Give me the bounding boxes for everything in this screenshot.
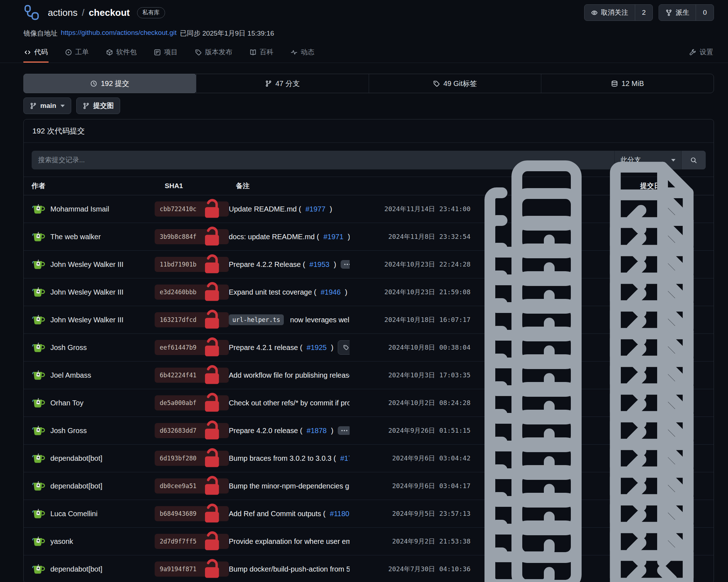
- issue-link[interactable]: #1777: [340, 454, 350, 463]
- repo-owner-link[interactable]: actions: [48, 7, 77, 18]
- message-text: Bump docker/build-push-action from 5.3.0…: [229, 565, 350, 573]
- tab-百科[interactable]: 百科: [249, 45, 274, 63]
- tab-软件包[interactable]: 软件包: [105, 45, 137, 63]
- commit-sha-link[interactable]: 11bd71901b: [155, 257, 229, 272]
- commit-sha-link[interactable]: 6b42224f41: [155, 368, 229, 383]
- commit-message: Check out other refs/* by commit if prov…: [229, 399, 350, 407]
- commit-message: Bump braces from 3.0.2 to 3.0.3 (#1777): [229, 454, 350, 463]
- repo-stats-bar: 192 提交47 分支49 Git标签12 MiB: [23, 74, 714, 93]
- commit-sha-link[interactable]: 9a9194f871: [155, 561, 229, 577]
- unlock-icon: [200, 197, 224, 221]
- avatar[interactable]: [32, 285, 45, 299]
- commit-sha-link[interactable]: e3d2460bbb: [155, 285, 229, 300]
- avatar[interactable]: [32, 562, 45, 576]
- repo-name-link[interactable]: checkout: [89, 7, 130, 18]
- avatar[interactable]: [32, 479, 45, 493]
- issue-link[interactable]: #1946: [320, 288, 341, 296]
- commit-sha-link[interactable]: db0cee9a51: [155, 478, 229, 494]
- commit-sha-link[interactable]: b684943689: [155, 506, 229, 521]
- mirror-info: 镜像自地址 https://github.com/actions/checkou…: [0, 29, 728, 38]
- avatar[interactable]: [32, 368, 45, 382]
- view-file-at-commit-button[interactable]: [598, 515, 706, 582]
- unwatch-button[interactable]: 取消关注 2: [584, 4, 653, 21]
- tab-动态[interactable]: 动态: [290, 45, 315, 63]
- avatar[interactable]: [32, 230, 45, 244]
- issue-link[interactable]: #1953: [309, 260, 329, 269]
- branch-toolbar: main 提交图: [23, 97, 714, 114]
- unlock-icon: [200, 530, 224, 553]
- stat-分支[interactable]: 47 分支: [196, 74, 369, 93]
- message-text: ): [331, 344, 333, 352]
- issue-link[interactable]: #1977: [305, 205, 326, 213]
- message-text: docs: update README.md (: [229, 233, 319, 241]
- branch-selector[interactable]: main: [23, 97, 71, 114]
- issue-link[interactable]: #1878: [307, 427, 327, 435]
- tab-settings[interactable]: 设置: [689, 45, 714, 63]
- commit-message: docs: update README.md (#1971): [229, 232, 350, 241]
- avatar[interactable]: [32, 341, 45, 354]
- package-icon: [106, 49, 113, 56]
- code-icon: [24, 49, 31, 56]
- expand-commit-body-button[interactable]: [341, 260, 350, 269]
- message-text: ): [334, 260, 336, 269]
- commit-author-name: yasonk: [50, 537, 73, 546]
- issue-link[interactable]: #1925: [307, 344, 327, 352]
- mirror-url-link[interactable]: https://github.com/actions/checkout.git: [61, 29, 177, 38]
- commits-list: Mohammad Ismail cbb722410c Update README…: [24, 195, 714, 582]
- commit-sha-link[interactable]: 3b9b8c884f: [155, 229, 229, 244]
- copy-sha-button[interactable]: [479, 515, 587, 582]
- commit-sha-link[interactable]: 6d193bf280: [155, 451, 229, 466]
- message-text: Prepare 4.2.2 Release (: [229, 260, 305, 269]
- unlock-icon: [200, 336, 224, 359]
- fork-button[interactable]: 派生 0: [659, 4, 714, 21]
- tag-pill[interactable]: v4.2.1: [338, 340, 350, 355]
- repo-header-actions: 取消关注 2 派生 0: [584, 4, 714, 21]
- expand-commit-body-button[interactable]: [338, 426, 350, 435]
- issue-link[interactable]: #1971: [323, 233, 343, 241]
- watch-count[interactable]: 2: [635, 5, 653, 21]
- commit-message: Update README.md (#1977): [229, 205, 350, 213]
- fork-count[interactable]: 0: [696, 5, 714, 21]
- commit-sha-link[interactable]: 2d7d9f7ff5: [155, 534, 229, 549]
- message-text: Add workflow file for publishing release…: [229, 371, 350, 379]
- commit-sha-link[interactable]: de5a000abf: [155, 395, 229, 410]
- stat-MiB[interactable]: 12 MiB: [541, 74, 714, 93]
- stat-提交[interactable]: 192 提交: [23, 74, 196, 93]
- stat-Git标签[interactable]: 49 Git标签: [369, 74, 541, 93]
- unlock-icon: [200, 447, 224, 470]
- repo-commits-page: actions / checkout 私有库 取消关注 2 派生 0 镜像自地址…: [0, 0, 728, 582]
- commit-message: url-helper.ts now leverages well-known e…: [229, 314, 350, 325]
- avatar[interactable]: [32, 313, 45, 327]
- commit-sha-link[interactable]: d632683dd7: [155, 423, 229, 438]
- commit-graph-button[interactable]: 提交图: [76, 97, 120, 114]
- eye-icon: [591, 9, 598, 16]
- commit-author-name: dependabot[bot]: [50, 482, 103, 490]
- commit-author-name: Josh Gross: [50, 344, 87, 352]
- message-text: Prepare 4.2.0 release (: [229, 427, 302, 435]
- commit-author-name: Luca Comellini: [50, 510, 97, 518]
- tab-版本发布[interactable]: 版本发布: [194, 45, 233, 63]
- avatar[interactable]: [32, 202, 45, 216]
- wiki-icon: [250, 49, 256, 56]
- commit-message: Provide explanation for where user email…: [229, 537, 350, 546]
- tab-工单[interactable]: 工单: [64, 45, 90, 63]
- tab-项目[interactable]: 项目: [153, 45, 178, 63]
- avatar[interactable]: [32, 535, 45, 548]
- issue-link[interactable]: #1180: [330, 510, 349, 518]
- avatar[interactable]: [32, 396, 45, 410]
- commit-author-name: Mohammad Ismail: [50, 205, 109, 213]
- commit-sha-link[interactable]: 163217dfcd: [155, 312, 229, 327]
- unlock-icon: [200, 391, 224, 415]
- tab-代码[interactable]: 代码: [23, 45, 49, 63]
- avatar[interactable]: [32, 424, 45, 437]
- commit-author-name: John Wesley Walker III: [50, 288, 123, 296]
- tag-icon: [433, 80, 440, 87]
- avatar[interactable]: [32, 258, 45, 271]
- commit-sha-link[interactable]: eef61447b9: [155, 340, 229, 355]
- message-text: Add Ref and Commit outputs (: [229, 510, 326, 518]
- site-logo-icon[interactable]: [23, 4, 40, 21]
- avatar[interactable]: [32, 451, 45, 465]
- commit-sha-link[interactable]: cbb722410c: [155, 201, 229, 217]
- avatar[interactable]: [32, 507, 45, 520]
- commit-message: Prepare 4.2.2 Release (#1953)v4v4.2.2: [229, 257, 350, 272]
